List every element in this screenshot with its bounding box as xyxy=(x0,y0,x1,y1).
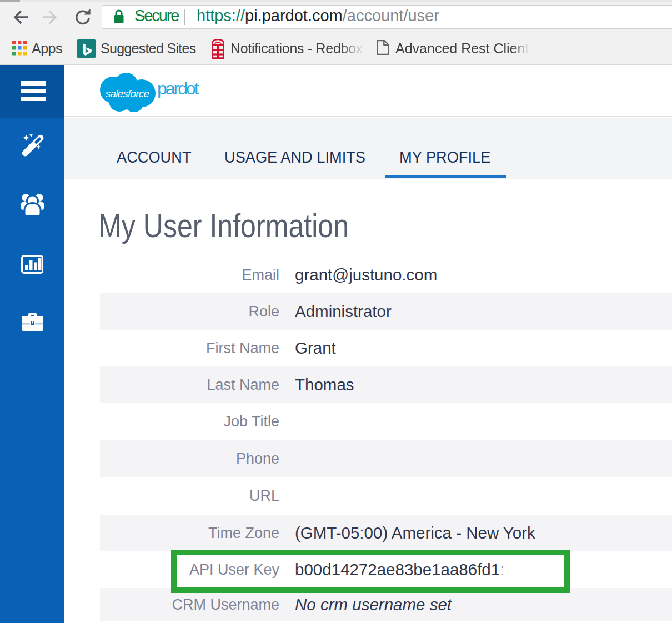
svg-text:salesforce: salesforce xyxy=(106,88,149,99)
